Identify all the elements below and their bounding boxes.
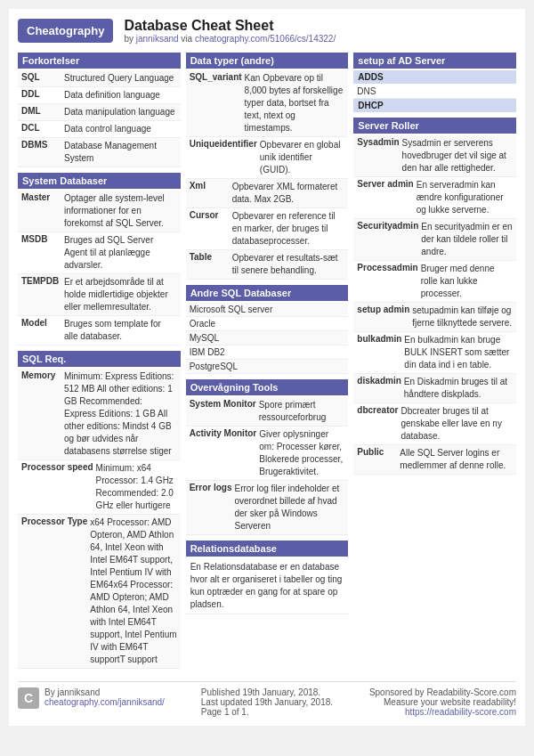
section-setup-ad: setup af AD Server ADDS DNS DHCP bbox=[353, 53, 516, 112]
row-key: SQL_variant bbox=[190, 72, 245, 82]
row-key: Table bbox=[190, 252, 232, 262]
table-row: Processor speed Minimum: x64 Processor: … bbox=[18, 460, 181, 515]
row-key: setup admin bbox=[357, 305, 412, 314]
row-val: Er et arbejdsområde til at holde midlert… bbox=[64, 276, 177, 313]
row-val: En Diskadmin bruges til at håndtere disk… bbox=[404, 376, 513, 401]
table-row: Table Opbevarer et resultats-sæt til sen… bbox=[186, 250, 349, 280]
row-key: Master bbox=[21, 192, 64, 202]
row-val: setupadmin kan tilføje og fjerne tilknyt… bbox=[412, 305, 513, 329]
page: Cheatography Database Cheat Sheet by jan… bbox=[9, 9, 525, 726]
section-server-roller: Server Roller Sysadmin Sysadmin er serve… bbox=[353, 118, 516, 475]
row-val: Kan Opbevare op til 8,000 bytes af forsk… bbox=[245, 72, 345, 134]
sponsor-link[interactable]: https://readability-score.com bbox=[405, 707, 516, 717]
section-sql-req: SQL Req. Memory Minimum: Express Edition… bbox=[18, 351, 181, 669]
table-row: MSDB Bruges ad SQL Server Agent til at p… bbox=[18, 232, 181, 274]
row-val: En bulkadmin kan bruge BULK INSERT som s… bbox=[404, 334, 513, 371]
author-link[interactable]: janniksand bbox=[136, 34, 179, 44]
table-row: SQL_variant Kan Opbevare op til 8,000 by… bbox=[186, 70, 349, 137]
table-row: Model Bruges som template for alle datab… bbox=[18, 316, 181, 345]
row-val: Data definition language bbox=[64, 89, 160, 102]
server-roller-header: Server Roller bbox=[353, 118, 516, 134]
row-key: Error logs bbox=[190, 483, 235, 492]
row-key: bulkadmin bbox=[357, 334, 404, 344]
footer-info: By janniksand cheatography.com/janniksan… bbox=[44, 687, 165, 707]
via-text: via bbox=[181, 34, 192, 44]
section-system-databaser: System Databaser Master Optager alle sys… bbox=[18, 173, 181, 345]
row-val: Data manipulation language bbox=[64, 106, 175, 118]
columns: Forkortelser SQL Structured Query Langua… bbox=[18, 53, 516, 674]
row-key: Processor Type bbox=[21, 516, 90, 526]
col2: Data typer (andre) SQL_variant Kan Opbev… bbox=[186, 53, 349, 674]
sql-req-header: SQL Req. bbox=[18, 351, 181, 367]
table-row: Processadmin Bruger med denne rolle kan … bbox=[353, 261, 516, 303]
row-val: Sysadmin er serverens hovedbruger det vi… bbox=[402, 137, 513, 175]
row-val: Structured Query Language bbox=[64, 72, 174, 85]
table-row: Cursor Opbevarer en reference til en mar… bbox=[186, 208, 349, 250]
row-key: Public bbox=[357, 447, 400, 457]
page-title: Database Cheat Sheet bbox=[124, 18, 336, 34]
table-row: setup admin setupadmin kan tilføje og fj… bbox=[353, 303, 516, 332]
row-key: DCL bbox=[21, 123, 64, 133]
section-relationsdatabase: Relationsdatabase En Relationsdatabase e… bbox=[186, 541, 349, 614]
row-val: Opbevarer et resultats-sæt til senere be… bbox=[232, 252, 345, 277]
sponsor-sub: Measure your website readability! bbox=[369, 697, 516, 707]
footer-author-link[interactable]: cheatography.com/janniksand/ bbox=[44, 697, 165, 707]
header: Cheatography Database Cheat Sheet by jan… bbox=[18, 18, 516, 44]
relationsdatabase-header: Relationsdatabase bbox=[186, 541, 349, 557]
row-key: MSDB bbox=[21, 234, 64, 244]
footer-right: Sponsored by Readability-Score.com Measu… bbox=[369, 687, 516, 717]
row-key: dbcreator bbox=[357, 405, 400, 415]
row-key: TEMPDB bbox=[21, 276, 64, 286]
relationsdatabase-text: En Relationsdatabase er en database hvor… bbox=[186, 558, 349, 614]
logo: Cheatography bbox=[18, 19, 113, 43]
row-val: Minimum: Express Editions: 512 MB All ot… bbox=[64, 370, 177, 458]
table-row: Uniqueidentifier Opbevarer en global uni… bbox=[186, 137, 349, 179]
row-key: diskadmin bbox=[357, 376, 403, 386]
row-val: x64 Processor: AMD Opteron, AMD Athlon 6… bbox=[90, 516, 176, 666]
table-row: Error logs Error log filer indeholder et… bbox=[186, 481, 349, 535]
system-databaser-header: System Databaser bbox=[18, 173, 181, 189]
table-row: DML Data manipulation language bbox=[18, 104, 181, 121]
list-item: ADDS bbox=[353, 70, 516, 84]
table-row: TEMPDB Er et arbejdsområde til at holde … bbox=[18, 274, 181, 316]
table-row: DDL Data definition language bbox=[18, 87, 181, 104]
updated-text: Last updated 19th January, 2018. bbox=[201, 697, 333, 707]
col3: setup af AD Server ADDS DNS DHCP Server … bbox=[353, 53, 516, 674]
row-key: Sysadmin bbox=[357, 137, 401, 147]
row-key: Securityadmin bbox=[357, 221, 421, 231]
section-overvaagning: Overvågning Tools System Monitor Spore p… bbox=[186, 379, 349, 535]
table-row: Xml Opbevarer XML formateret data. Max 2… bbox=[186, 179, 349, 208]
table-row: System Monitor Spore primært ressourcefo… bbox=[186, 397, 349, 427]
section-data-typer: Data typer (andre) SQL_variant Kan Opbev… bbox=[186, 53, 349, 280]
row-val: Database Management System bbox=[64, 140, 177, 165]
list-item: IBM DB2 bbox=[186, 345, 349, 360]
row-val: Opbevarer XML formateret data. Max 2GB. bbox=[232, 181, 345, 206]
table-row: dbcreator Dbcreater bruges til at genska… bbox=[353, 403, 516, 445]
row-key: Xml bbox=[190, 181, 232, 191]
table-row: DBMS Database Management System bbox=[18, 138, 181, 167]
header-text: Database Cheat Sheet by janniksand via c… bbox=[124, 18, 336, 44]
footer-author: By janniksand bbox=[44, 687, 165, 697]
row-val: Opbevarer en global unik identifier (GUI… bbox=[260, 139, 345, 176]
cheat-url[interactable]: cheatography.com/51066/cs/14322/ bbox=[195, 34, 336, 44]
row-val: Error log filer indeholder et overordnet… bbox=[234, 483, 344, 532]
list-item: DNS bbox=[353, 85, 516, 99]
row-key: Uniqueidentifier bbox=[190, 139, 260, 149]
table-row: bulkadmin En bulkadmin kan bruge BULK IN… bbox=[353, 332, 516, 374]
row-key: Processor speed bbox=[21, 462, 96, 472]
setup-ad-header: setup af AD Server bbox=[353, 53, 516, 69]
footer: C By janniksand cheatography.com/janniks… bbox=[18, 681, 516, 717]
row-val: En securityadmin er en der kan tildele r… bbox=[421, 221, 513, 258]
by-label: by bbox=[124, 34, 134, 44]
table-row: DCL Data control language bbox=[18, 121, 181, 138]
table-row: Processor Type x64 Processor: AMD Optero… bbox=[18, 515, 181, 669]
table-row: Master Optager alle system-level informa… bbox=[18, 191, 181, 232]
table-row: Securityadmin En securityadmin er en der… bbox=[353, 219, 516, 261]
list-item: DHCP bbox=[353, 99, 516, 112]
table-row: Sysadmin Sysadmin er serverens hovedbrug… bbox=[353, 135, 516, 177]
list-item: MySQL bbox=[186, 331, 349, 345]
row-key: Activity Monitor bbox=[190, 428, 260, 438]
row-val: Opbevarer en reference til en marker, de… bbox=[232, 210, 345, 248]
row-key: DDL bbox=[21, 89, 64, 99]
footer-center: Published 19th January, 2018. Last updat… bbox=[201, 687, 333, 717]
